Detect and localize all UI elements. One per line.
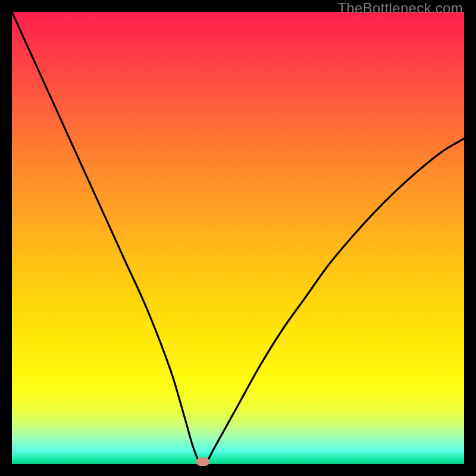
chart-container: TheBottleneck.com	[0, 0, 476, 476]
bottleneck-curve	[12, 12, 464, 464]
watermark-text: TheBottleneck.com	[337, 0, 463, 17]
optimal-point-marker	[196, 458, 209, 466]
